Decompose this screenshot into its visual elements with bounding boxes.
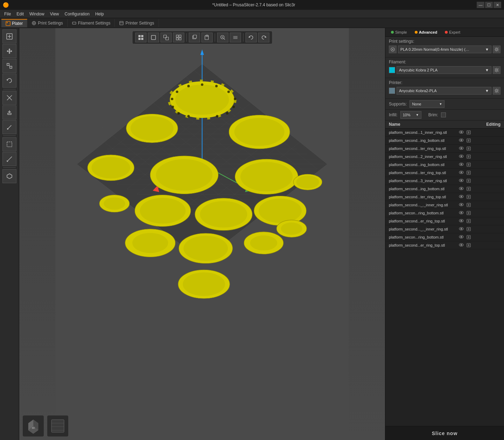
edit-icon[interactable] <box>466 202 471 208</box>
eye-icon[interactable] <box>459 202 464 207</box>
filament-profile-dropdown[interactable]: Anycubic Kobra 2 PLA ▼ <box>397 66 491 74</box>
edit-icon[interactable] <box>466 130 471 135</box>
eye-icon[interactable] <box>459 186 464 191</box>
list-item[interactable]: platform_second...ter_ring_top.stl <box>385 169 504 177</box>
list-item[interactable]: platform_second...2_inner_ring.stl <box>385 153 504 161</box>
tab-plater[interactable]: Plater <box>1 19 27 27</box>
scale-button[interactable] <box>2 59 16 73</box>
list-item[interactable]: platform_second...ing_bottom.stl <box>385 161 504 169</box>
viewport[interactable]: 3D <box>19 28 385 440</box>
select-button[interactable] <box>2 137 16 151</box>
eye-icon[interactable] <box>459 235 464 240</box>
mode-expert[interactable]: Expert <box>442 29 463 35</box>
vp-view-btn[interactable] <box>230 33 241 42</box>
eye-icon[interactable] <box>459 227 464 232</box>
list-item[interactable]: platform_second...ing_bottom.stl <box>385 185 504 193</box>
support-button[interactable] <box>2 105 16 119</box>
edit-icon[interactable] <box>466 218 471 224</box>
vp-copy-btn[interactable] <box>189 33 200 42</box>
menu-view[interactable]: View <box>47 11 62 17</box>
edit-icon[interactable] <box>466 194 471 200</box>
tab-filament-settings[interactable]: Filament Settings <box>68 19 115 27</box>
edit-icon[interactable] <box>466 242 471 248</box>
list-item[interactable]: platform_second...er_ring_top.stl <box>385 241 504 249</box>
menu-edit[interactable]: Edit <box>14 11 27 17</box>
maximize-button[interactable]: ☐ <box>485 2 493 8</box>
edit-icon[interactable] <box>466 154 471 159</box>
vp-zoom-fit-btn[interactable] <box>217 33 228 42</box>
edit-icon[interactable] <box>466 226 471 232</box>
menu-help[interactable]: Help <box>92 11 107 17</box>
eye-icon[interactable] <box>459 211 464 215</box>
infill-dropdown[interactable]: 10% ▼ <box>400 111 421 119</box>
edit-icon[interactable] <box>466 146 471 151</box>
tab-printer-settings[interactable]: Printer Settings <box>115 19 159 27</box>
list-item[interactable]: platform_second...ing_bottom.stl <box>385 137 504 145</box>
list-item[interactable]: platform_second...3_inner_ring.stl <box>385 177 504 185</box>
scene-button[interactable] <box>2 169 16 183</box>
list-item[interactable]: platform_second..._._inner_ring.stl <box>385 225 504 233</box>
printer-gear[interactable] <box>493 87 500 95</box>
vp-redo-btn[interactable] <box>258 33 269 42</box>
eye-icon[interactable] <box>459 178 464 183</box>
vp-arrange-btn[interactable] <box>173 33 184 42</box>
mode-advanced[interactable]: Advanced <box>412 29 440 35</box>
filament-gear[interactable] <box>493 66 500 74</box>
mode-simple[interactable]: Simple <box>388 29 410 35</box>
edit-icon[interactable] <box>466 138 471 143</box>
eye-icon[interactable] <box>459 130 464 135</box>
measure-button[interactable] <box>2 152 16 166</box>
rotate-button[interactable] <box>2 74 16 88</box>
eye-icon[interactable] <box>459 138 464 143</box>
layers-indicator[interactable] <box>47 415 68 436</box>
menu-configuration[interactable]: Configuration <box>62 11 92 17</box>
eye-icon[interactable] <box>459 154 464 159</box>
vp-add-btn[interactable] <box>135 33 146 42</box>
list-item[interactable]: platform_second...ter_ring_top.stl <box>385 193 504 201</box>
supports-dropdown[interactable]: None ▼ <box>410 100 444 108</box>
vp-delete-btn[interactable] <box>148 33 159 42</box>
edit-icon[interactable] <box>466 178 471 184</box>
vp-paste-btn[interactable] <box>201 33 212 42</box>
eye-icon[interactable] <box>459 219 464 224</box>
add-object-button[interactable] <box>2 29 16 43</box>
eye-icon[interactable] <box>459 194 464 199</box>
paint-button[interactable] <box>2 120 16 134</box>
object-list[interactable]: platform_second...1_inner_ring.stl platf… <box>385 129 504 426</box>
list-item[interactable]: platform_secon...ring_bottom.stl <box>385 209 504 217</box>
eye-icon[interactable] <box>459 170 464 175</box>
list-item[interactable]: platform_second...er_ring_top.stl <box>385 217 504 225</box>
filament-color[interactable] <box>389 67 395 73</box>
list-item[interactable]: platform_second...ter_ring_top.stl <box>385 145 504 153</box>
3d-scene[interactable] <box>19 28 385 440</box>
slice-button[interactable]: Slice now <box>385 426 504 440</box>
close-button[interactable]: ✕ <box>493 2 501 8</box>
edit-icon[interactable] <box>466 210 471 216</box>
move-button[interactable] <box>2 44 16 58</box>
print-settings-gear[interactable] <box>493 46 500 53</box>
vp-instances-btn[interactable] <box>160 33 172 42</box>
printer-profile-dropdown[interactable]: Anycubic Kobra2-PLA ▼ <box>397 87 491 95</box>
edit-icon[interactable] <box>466 162 471 167</box>
tab-print-settings[interactable]: Print Settings <box>27 19 67 27</box>
list-item[interactable]: platform_second..._._inner_ring.stl <box>385 201 504 209</box>
print-profile-dropdown[interactable]: PLA 0.20mm Normal(0.4mm Nozzle) (modifie… <box>398 46 491 53</box>
cut-button[interactable] <box>2 91 16 105</box>
printer-color[interactable] <box>389 88 395 94</box>
print-settings-icon[interactable] <box>389 46 397 53</box>
edit-icon[interactable] <box>466 170 471 176</box>
edit-icon[interactable] <box>466 234 471 240</box>
brim-checkbox[interactable] <box>441 112 446 117</box>
eye-icon[interactable] <box>459 243 464 248</box>
advanced-dot <box>415 31 418 34</box>
eye-icon[interactable] <box>459 162 464 167</box>
menu-window[interactable]: Window <box>27 11 47 17</box>
list-item[interactable]: platform_second...1_inner_ring.stl <box>385 129 504 137</box>
menu-file[interactable]: File <box>1 11 14 17</box>
axes-indicator[interactable]: 3D <box>23 415 44 436</box>
list-item[interactable]: platform_secon...ring_bottom.stl <box>385 233 504 241</box>
eye-icon[interactable] <box>459 146 464 151</box>
minimize-button[interactable]: — <box>477 2 484 8</box>
vp-undo-btn[interactable] <box>245 33 257 42</box>
edit-icon[interactable] <box>466 186 471 192</box>
